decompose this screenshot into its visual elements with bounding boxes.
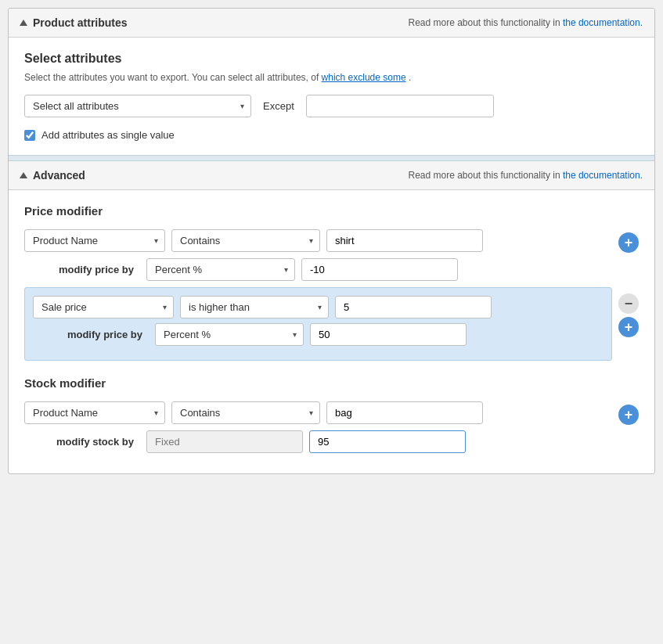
price-modifier-row1: Product Name Sale price Regular price SK…: [24, 229, 612, 252]
price-modify-row1-field1-arrow-icon: ▾: [284, 265, 288, 274]
price-modify-row1-field1-dropdown[interactable]: Percent % Fixed: [147, 259, 225, 280]
price-modifier-row1-container: Product Name Sale price Regular price SK…: [24, 229, 639, 287]
price-modify-row1-field2-input[interactable]: [301, 258, 458, 281]
main-container: Product attributes Read more about this …: [8, 8, 655, 474]
product-attributes-header: Product attributes Read more about this …: [9, 9, 654, 38]
advanced-title: Advanced: [33, 169, 85, 182]
stock-row1-field3-input[interactable]: [326, 401, 483, 424]
price-modify-row2-field1-wrapper: Percent % Fixed ▾: [155, 323, 304, 346]
stock-row1-field2-dropdown[interactable]: Contains Is Is not is higher than is low…: [172, 402, 265, 423]
stock-modify-row1-field2-input[interactable]: [309, 430, 466, 453]
price-row2-actions: − +: [618, 287, 639, 337]
except-input[interactable]: [306, 95, 494, 117]
advanced-header-left: Advanced: [20, 169, 85, 182]
advanced-header: Advanced Read more about this functional…: [9, 161, 654, 190]
single-value-checkbox[interactable]: [24, 130, 35, 141]
advanced-doc-link[interactable]: the documentation.: [563, 170, 643, 181]
price-row1-add-button[interactable]: +: [618, 232, 639, 253]
price-modifier-row2-content: Product Name Sale price Regular price SK…: [24, 287, 612, 369]
advanced-header-right: Read more about this functionality in th…: [408, 170, 643, 181]
stock-modify-row1-label: modify stock by: [48, 436, 134, 448]
price-row1-actions: +: [618, 229, 639, 253]
price-modify-row2-field2-input[interactable]: [310, 323, 467, 346]
stock-row1-field1-dropdown[interactable]: Product Name Sale price Regular price SK…: [25, 402, 122, 423]
stock-modifier-row1-content: Product Name Sale price Regular price SK…: [24, 401, 612, 459]
select-attributes-title: Select attributes: [24, 52, 639, 66]
price-row2-field1-arrow-icon: ▾: [163, 303, 167, 311]
select-all-attributes-arrow-icon: ▾: [240, 102, 244, 110]
price-row2-field2-arrow-icon: ▾: [318, 303, 322, 311]
stock-modifier-row1-container: Product Name Sale price Regular price SK…: [24, 401, 639, 459]
collapse-icon[interactable]: [20, 20, 27, 26]
price-row2-field1-dropdown[interactable]: Product Name Sale price Regular price SK…: [34, 297, 131, 318]
price-row1-field2-wrapper: Contains Is Is not is higher than is low…: [171, 229, 320, 252]
stock-modifier-row1: Product Name Sale price Regular price SK…: [24, 401, 612, 424]
product-attributes-doc-link[interactable]: the documentation.: [563, 17, 643, 28]
section-divider: [9, 155, 654, 161]
advanced-collapse-icon[interactable]: [20, 172, 27, 178]
stock-row1-field2-arrow-icon: ▾: [309, 408, 313, 417]
price-modify-row1-field1-wrapper: Percent % Fixed ▾: [146, 258, 295, 281]
product-attributes-body: Select attributes Select the attributes …: [9, 38, 654, 155]
attributes-select-row: Select all attributes Select specific at…: [24, 95, 639, 117]
price-modifier-row1-content: Product Name Sale price Regular price SK…: [24, 229, 612, 287]
price-row1-field1-dropdown[interactable]: Product Name Sale price Regular price SK…: [25, 230, 122, 251]
price-modify-row1: modify price by Percent % Fixed ▾: [24, 258, 612, 281]
single-value-label: Add attributes as single value: [41, 129, 175, 141]
price-row2-field2-wrapper: Contains Is Is not is higher than is low…: [180, 296, 329, 318]
price-modifier-title: Price modifier: [24, 204, 639, 218]
product-attributes-title: Product attributes: [33, 16, 128, 29]
price-modify-row2-field1-arrow-icon: ▾: [293, 330, 297, 339]
price-row1-field1-wrapper: Product Name Sale price Regular price SK…: [24, 229, 165, 252]
stock-modifier-section: Stock modifier Product Name Sale price R…: [24, 376, 639, 459]
price-modify-row2-field1-dropdown[interactable]: Percent % Fixed: [156, 324, 234, 345]
price-row2-add-button[interactable]: +: [618, 317, 639, 337]
stock-modifier-title: Stock modifier: [24, 376, 639, 390]
price-row2-field1-wrapper: Product Name Sale price Regular price SK…: [33, 296, 174, 318]
price-modify-row2-label: modify price by: [56, 329, 142, 340]
price-row2-field3-input[interactable]: [335, 296, 492, 318]
price-row2-field2-dropdown[interactable]: Contains Is Is not is higher than is low…: [181, 297, 274, 318]
price-modifier-row2: Product Name Sale price Regular price SK…: [33, 296, 604, 318]
stock-modify-row1: modify stock by: [24, 430, 612, 453]
price-row1-field2-dropdown[interactable]: Contains Is Is not is higher than is low…: [172, 230, 265, 251]
price-row1-field3-input[interactable]: [326, 229, 483, 252]
single-value-checkbox-row: Add attributes as single value: [24, 129, 639, 141]
select-all-attributes-wrapper: Select all attributes Select specific at…: [24, 95, 251, 117]
price-row1-field2-arrow-icon: ▾: [309, 236, 313, 245]
stock-modify-row1-field1-input: [146, 430, 303, 453]
stock-row1-field1-wrapper: Product Name Sale price Regular price SK…: [24, 401, 165, 424]
select-all-attributes-dropdown[interactable]: Select all attributes Select specific at…: [25, 95, 167, 117]
stock-row1-actions: +: [618, 401, 639, 425]
advanced-body: Price modifier Product Name Sale price R…: [9, 190, 654, 473]
price-modifier-row2-highlighted: Product Name Sale price Regular price SK…: [24, 287, 612, 361]
stock-row1-field2-wrapper: Contains Is Is not is higher than is low…: [171, 401, 320, 424]
price-row2-remove-button[interactable]: −: [618, 293, 639, 314]
select-attributes-description: Select the attributes you want to export…: [24, 72, 639, 83]
stock-row1-add-button[interactable]: +: [618, 405, 639, 425]
product-attributes-header-left: Product attributes: [20, 16, 128, 29]
except-label: Except: [263, 100, 294, 112]
product-attributes-header-right: Read more about this functionality in th…: [408, 17, 643, 28]
price-modify-row1-label: modify price by: [48, 264, 134, 275]
price-row1-field1-arrow-icon: ▾: [154, 236, 158, 245]
stock-row1-field1-arrow-icon: ▾: [154, 408, 158, 417]
price-modify-row2: modify price by Percent % Fixed ▾: [33, 323, 604, 346]
price-modifier-row2-container: Product Name Sale price Regular price SK…: [24, 287, 639, 369]
select-attributes-desc-link[interactable]: which exclude some: [322, 72, 406, 83]
